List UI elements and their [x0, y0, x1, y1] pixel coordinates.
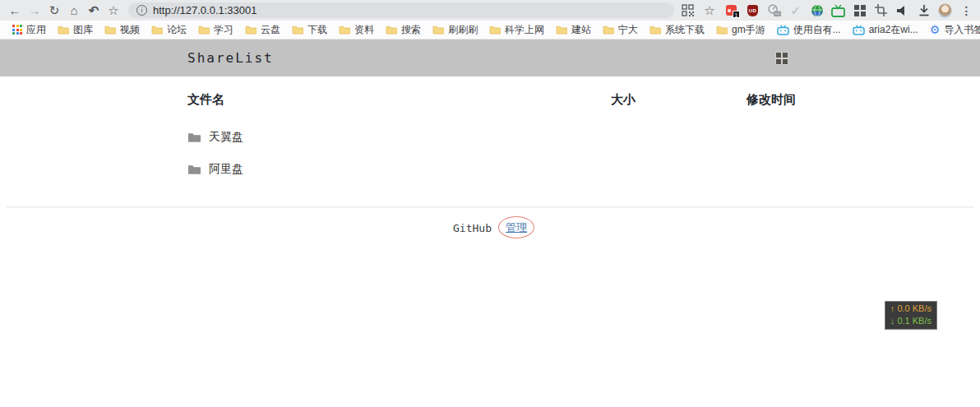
- folder-icon: [603, 25, 614, 35]
- crop-screenshot-icon[interactable]: [874, 3, 888, 18]
- site-title: ShareList: [187, 50, 274, 66]
- adblock-extension-icon[interactable]: 1: [724, 3, 738, 18]
- kebab-menu-glyph: ⋮: [961, 4, 973, 17]
- bookmark-folder-item[interactable]: 云盘: [239, 23, 286, 37]
- bookmark-label: 资料: [354, 23, 374, 37]
- folder-icon: [432, 25, 444, 35]
- bookmark-folder-item[interactable]: 资料: [333, 23, 380, 37]
- bookmark-label: 论坛: [167, 23, 187, 37]
- profile-avatar[interactable]: [938, 3, 952, 18]
- bookmark-tv-item[interactable]: aria2在wi...: [847, 23, 924, 37]
- idm-globe-extension-icon[interactable]: [810, 3, 824, 18]
- bookmark-folder-item[interactable]: 系统下载: [644, 23, 710, 37]
- download-arrow-glyph: [918, 4, 930, 16]
- bookmark-folder-item[interactable]: 建站: [550, 23, 597, 37]
- tv-extension-icon[interactable]: [831, 3, 845, 18]
- tv-icon: [777, 25, 789, 35]
- site-header: ShareList: [0, 39, 980, 76]
- bookmark-label: 云盘: [261, 23, 280, 37]
- bookmark-folder-item[interactable]: 学习: [192, 23, 239, 37]
- gauge-glyph: [767, 3, 781, 17]
- site-footer: GitHub 管理: [0, 220, 980, 235]
- bookmark-folder-item[interactable]: 宁大: [597, 23, 644, 37]
- network-speed-overlay: ↑ 0.0 KB/s ↓ 0.1 KB/s: [885, 301, 937, 330]
- folder-icon: [649, 25, 661, 35]
- reload-icon[interactable]: ↻: [44, 1, 64, 21]
- bookmark-label: 宁大: [618, 23, 638, 37]
- forward-icon[interactable]: →: [25, 1, 44, 21]
- back-icon[interactable]: ←: [5, 1, 25, 21]
- address-bar[interactable]: i http://127.0.0.1:33001: [128, 2, 674, 18]
- green-tv-glyph: [831, 4, 845, 17]
- column-header-size: 大小: [611, 92, 747, 108]
- toolbar-right-icons: ☆ 1 UD ✓: [681, 1, 975, 21]
- globe-glyph: [811, 4, 824, 17]
- folder-icon: [187, 132, 201, 143]
- bookmark-folder-item[interactable]: 科学上网: [483, 23, 550, 37]
- ud-shield-extension-icon[interactable]: UD: [746, 3, 760, 18]
- bookmark-label: 刷刷刷: [448, 23, 478, 37]
- avatar-image: [938, 3, 952, 18]
- table-row[interactable]: 阿里盘: [178, 162, 802, 176]
- folder-icon: [292, 25, 303, 35]
- bookmark-label: aria2在wi...: [869, 23, 918, 37]
- table-row[interactable]: 天翼盘: [178, 130, 802, 144]
- tv-icon: [853, 25, 865, 35]
- file-name: 阿里盘: [209, 162, 243, 177]
- favorite-star-icon[interactable]: ☆: [702, 1, 717, 21]
- bookmark-folder-item[interactable]: 刷刷刷: [427, 23, 483, 37]
- bookmarks-bar: 应用 图库 视频 论坛 学习 云盘 下载 资料 搜索 刷刷刷 科学上网: [0, 21, 980, 39]
- bookmark-apps[interactable]: 应用: [7, 23, 52, 37]
- admin-link-label: 管理: [506, 221, 527, 234]
- bookmark-folder-item[interactable]: 搜索: [380, 23, 427, 37]
- file-name: 天翼盘: [209, 130, 243, 145]
- check-glyph: ✓: [791, 4, 801, 17]
- footer-divider: [7, 206, 973, 208]
- dark-grid-glyph: [854, 5, 866, 16]
- bookmark-folder-item[interactable]: 视频: [99, 23, 146, 37]
- bookmark-label: 系统下载: [665, 23, 705, 37]
- mute-speaker-icon[interactable]: [895, 3, 909, 18]
- bookmark-folder-item[interactable]: 下载: [286, 23, 333, 37]
- folder-icon: [151, 25, 163, 35]
- qr-code-glyph: [682, 4, 694, 16]
- view-grid-icon[interactable]: [776, 53, 788, 64]
- browser-toolbar: ← → ↻ ⌂ ↶ ☆ i http://127.0.0.1:33001 ☆ 1: [0, 0, 980, 21]
- bookmark-label: 建站: [571, 23, 591, 37]
- bookmark-label: 下载: [307, 23, 327, 37]
- gear-icon: ⚙: [930, 24, 941, 35]
- speaker-glyph: [896, 5, 908, 16]
- bookmark-folder-item[interactable]: 论坛: [146, 23, 192, 37]
- bookmark-folder-item[interactable]: gm手游: [710, 23, 771, 37]
- site-info-icon[interactable]: i: [136, 5, 147, 16]
- download-icon[interactable]: [917, 3, 931, 18]
- github-link[interactable]: GitHub: [453, 222, 492, 234]
- bookmark-tv-item[interactable]: 使用自有...: [771, 23, 847, 37]
- browser-menu-icon[interactable]: ⋮: [959, 3, 973, 18]
- apps-grid-icon: [12, 25, 22, 35]
- extension-badge: 1: [733, 11, 740, 18]
- page-content: ShareList 文件名 大小 修改时间 天翼盘 阿里盘: [0, 39, 980, 407]
- download-speed: ↓ 0.1 KB/s: [890, 315, 931, 327]
- folder-icon: [556, 25, 567, 35]
- checkmark-extension-icon[interactable]: ✓: [788, 3, 802, 18]
- bookmark-label: 学习: [214, 23, 233, 37]
- qr-code-icon[interactable]: [681, 3, 695, 18]
- bookmark-label: 视频: [120, 23, 140, 37]
- grid-extension-icon[interactable]: [853, 3, 867, 18]
- ud-shield-glyph: UD: [747, 5, 758, 16]
- admin-link[interactable]: 管理: [506, 220, 527, 235]
- bookmark-folder-item[interactable]: 图库: [52, 23, 99, 37]
- bookmark-label: 科学上网: [505, 23, 544, 37]
- bookmark-import[interactable]: ⚙ 导入书签: [924, 23, 980, 37]
- home-icon[interactable]: ⌂: [64, 1, 84, 21]
- crop-glyph: [875, 4, 887, 16]
- url-text: http://127.0.0.1:33001: [153, 4, 257, 16]
- folder-icon: [716, 25, 728, 35]
- undo-icon[interactable]: ↶: [84, 1, 104, 21]
- bookmark-star-icon[interactable]: ☆: [104, 1, 123, 21]
- speed-gauge-extension-icon[interactable]: [767, 3, 781, 18]
- table-header-row: 文件名 大小 修改时间: [178, 92, 802, 108]
- bookmark-label: 图库: [73, 23, 93, 37]
- folder-icon: [339, 25, 350, 35]
